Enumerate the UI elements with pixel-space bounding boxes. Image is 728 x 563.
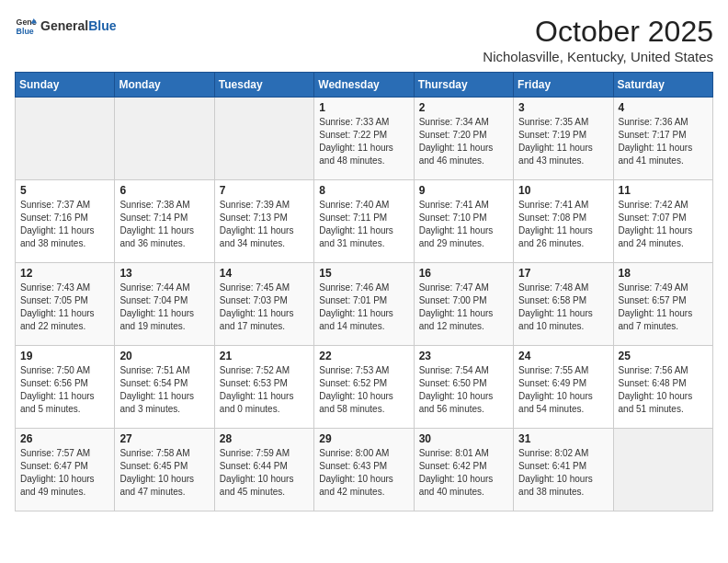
day-info: Sunrise: 7:52 AMSunset: 6:53 PMDaylight:…	[220, 364, 309, 416]
day-info: Sunrise: 7:49 AMSunset: 6:57 PMDaylight:…	[619, 282, 708, 333]
day-number: 10	[518, 184, 608, 197]
day-number: 19	[20, 350, 109, 362]
calendar-cell	[16, 98, 115, 180]
calendar-cell: 9Sunrise: 7:41 AMSunset: 7:10 PMDaylight…	[414, 180, 513, 263]
day-number: 22	[319, 350, 408, 362]
header-monday: Monday	[115, 73, 214, 98]
calendar-cell: 23Sunrise: 7:54 AMSunset: 6:50 PMDayligh…	[414, 346, 513, 429]
header: General Blue General Blue October 2025 N…	[15, 15, 713, 64]
day-info: Sunrise: 7:58 AMSunset: 6:45 PMDaylight:…	[119, 447, 209, 499]
calendar-cell: 19Sunrise: 7:50 AMSunset: 6:56 PMDayligh…	[16, 346, 115, 429]
day-info: Sunrise: 8:01 AMSunset: 6:42 PMDaylight:…	[419, 447, 508, 499]
calendar-cell: 20Sunrise: 7:51 AMSunset: 6:54 PMDayligh…	[115, 346, 214, 429]
day-number: 30	[419, 432, 508, 445]
day-number: 4	[619, 101, 708, 114]
day-number: 12	[20, 267, 109, 280]
day-info: Sunrise: 7:40 AMSunset: 7:11 PMDaylight:…	[319, 199, 408, 250]
calendar-cell: 10Sunrise: 7:41 AMSunset: 7:08 PMDayligh…	[514, 180, 613, 263]
day-info: Sunrise: 7:36 AMSunset: 7:17 PMDaylight:…	[619, 116, 708, 167]
logo-general-text: General	[40, 18, 88, 33]
header-thursday: Thursday	[414, 73, 513, 98]
svg-text:Blue: Blue	[17, 27, 34, 36]
header-friday: Friday	[514, 73, 613, 98]
calendar-cell: 25Sunrise: 7:56 AMSunset: 6:48 PMDayligh…	[613, 346, 712, 429]
day-number: 25	[619, 350, 708, 362]
calendar-cell: 11Sunrise: 7:42 AMSunset: 7:07 PMDayligh…	[613, 180, 712, 263]
day-number: 1	[319, 101, 408, 114]
day-number: 23	[419, 350, 508, 362]
calendar-header-row: SundayMondayTuesdayWednesdayThursdayFrid…	[16, 73, 713, 98]
day-number: 7	[220, 184, 309, 197]
calendar-cell: 8Sunrise: 7:40 AMSunset: 7:11 PMDaylight…	[314, 180, 414, 263]
day-info: Sunrise: 7:43 AMSunset: 7:05 PMDaylight:…	[20, 282, 109, 333]
day-number: 16	[419, 267, 508, 280]
header-saturday: Saturday	[613, 73, 712, 98]
day-info: Sunrise: 7:59 AMSunset: 6:44 PMDaylight:…	[220, 447, 309, 499]
calendar-cell: 6Sunrise: 7:38 AMSunset: 7:14 PMDaylight…	[115, 180, 214, 263]
calendar-week-row: 1Sunrise: 7:33 AMSunset: 7:22 PMDaylight…	[16, 98, 713, 180]
day-info: Sunrise: 7:47 AMSunset: 7:00 PMDaylight:…	[419, 282, 508, 333]
day-number: 3	[518, 101, 608, 114]
logo-blue-text: Blue	[88, 18, 116, 33]
calendar-table: SundayMondayTuesdayWednesdayThursdayFrid…	[15, 72, 713, 511]
calendar-cell: 7Sunrise: 7:39 AMSunset: 7:13 PMDaylight…	[214, 180, 313, 263]
calendar-cell: 12Sunrise: 7:43 AMSunset: 7:05 PMDayligh…	[16, 263, 115, 346]
logo-icon: General Blue	[15, 15, 37, 37]
title-area: October 2025 Nicholasville, Kentucky, Un…	[483, 15, 713, 64]
day-number: 5	[20, 184, 109, 197]
calendar-week-row: 19Sunrise: 7:50 AMSunset: 6:56 PMDayligh…	[16, 346, 713, 429]
calendar-cell: 27Sunrise: 7:58 AMSunset: 6:45 PMDayligh…	[115, 429, 214, 511]
day-number: 24	[518, 350, 608, 362]
calendar-cell: 31Sunrise: 8:02 AMSunset: 6:41 PMDayligh…	[514, 429, 613, 511]
day-info: Sunrise: 7:35 AMSunset: 7:19 PMDaylight:…	[518, 116, 608, 167]
day-info: Sunrise: 7:37 AMSunset: 7:16 PMDaylight:…	[20, 199, 109, 250]
calendar-cell: 5Sunrise: 7:37 AMSunset: 7:16 PMDaylight…	[16, 180, 115, 263]
calendar-cell: 24Sunrise: 7:55 AMSunset: 6:49 PMDayligh…	[514, 346, 613, 429]
calendar-cell: 17Sunrise: 7:48 AMSunset: 6:58 PMDayligh…	[514, 263, 613, 346]
calendar-cell: 26Sunrise: 7:57 AMSunset: 6:47 PMDayligh…	[16, 429, 115, 511]
calendar-cell: 14Sunrise: 7:45 AMSunset: 7:03 PMDayligh…	[214, 263, 313, 346]
day-info: Sunrise: 7:44 AMSunset: 7:04 PMDaylight:…	[119, 282, 209, 333]
day-info: Sunrise: 7:42 AMSunset: 7:07 PMDaylight:…	[619, 199, 708, 250]
calendar-cell: 4Sunrise: 7:36 AMSunset: 7:17 PMDaylight…	[613, 98, 712, 180]
day-info: Sunrise: 7:38 AMSunset: 7:14 PMDaylight:…	[119, 199, 209, 250]
calendar-cell: 22Sunrise: 7:53 AMSunset: 6:52 PMDayligh…	[314, 346, 414, 429]
location-title: Nicholasville, Kentucky, United States	[483, 49, 713, 64]
day-info: Sunrise: 7:41 AMSunset: 7:08 PMDaylight:…	[518, 199, 608, 250]
calendar-cell: 15Sunrise: 7:46 AMSunset: 7:01 PMDayligh…	[314, 263, 414, 346]
calendar-week-row: 5Sunrise: 7:37 AMSunset: 7:16 PMDaylight…	[16, 180, 713, 263]
calendar-cell	[613, 429, 712, 511]
header-sunday: Sunday	[16, 73, 115, 98]
calendar-cell: 21Sunrise: 7:52 AMSunset: 6:53 PMDayligh…	[214, 346, 313, 429]
header-tuesday: Tuesday	[214, 73, 313, 98]
day-info: Sunrise: 7:57 AMSunset: 6:47 PMDaylight:…	[20, 447, 109, 499]
calendar-cell: 29Sunrise: 8:00 AMSunset: 6:43 PMDayligh…	[314, 429, 414, 511]
day-number: 15	[319, 267, 408, 280]
day-info: Sunrise: 8:00 AMSunset: 6:43 PMDaylight:…	[319, 447, 408, 499]
day-info: Sunrise: 7:39 AMSunset: 7:13 PMDaylight:…	[220, 199, 309, 250]
day-number: 11	[619, 184, 708, 197]
day-info: Sunrise: 7:45 AMSunset: 7:03 PMDaylight:…	[220, 282, 309, 333]
calendar-cell: 18Sunrise: 7:49 AMSunset: 6:57 PMDayligh…	[613, 263, 712, 346]
day-info: Sunrise: 7:56 AMSunset: 6:48 PMDaylight:…	[619, 364, 708, 416]
day-info: Sunrise: 7:34 AMSunset: 7:20 PMDaylight:…	[419, 116, 508, 167]
calendar-cell: 30Sunrise: 8:01 AMSunset: 6:42 PMDayligh…	[414, 429, 513, 511]
day-info: Sunrise: 7:55 AMSunset: 6:49 PMDaylight:…	[518, 364, 608, 416]
day-info: Sunrise: 7:50 AMSunset: 6:56 PMDaylight:…	[20, 364, 109, 416]
day-number: 28	[220, 432, 309, 445]
month-title: October 2025	[483, 15, 713, 49]
day-info: Sunrise: 8:02 AMSunset: 6:41 PMDaylight:…	[518, 447, 608, 499]
day-info: Sunrise: 7:46 AMSunset: 7:01 PMDaylight:…	[319, 282, 408, 333]
header-wednesday: Wednesday	[314, 73, 414, 98]
day-number: 27	[119, 432, 209, 445]
day-info: Sunrise: 7:41 AMSunset: 7:10 PMDaylight:…	[419, 199, 508, 250]
day-number: 14	[220, 267, 309, 280]
day-number: 29	[319, 432, 408, 445]
day-number: 31	[518, 432, 608, 445]
day-number: 20	[119, 350, 209, 362]
day-info: Sunrise: 7:33 AMSunset: 7:22 PMDaylight:…	[319, 116, 408, 167]
calendar-cell: 28Sunrise: 7:59 AMSunset: 6:44 PMDayligh…	[214, 429, 313, 511]
day-info: Sunrise: 7:54 AMSunset: 6:50 PMDaylight:…	[419, 364, 508, 416]
logo: General Blue General Blue	[15, 15, 116, 37]
day-number: 26	[20, 432, 109, 445]
